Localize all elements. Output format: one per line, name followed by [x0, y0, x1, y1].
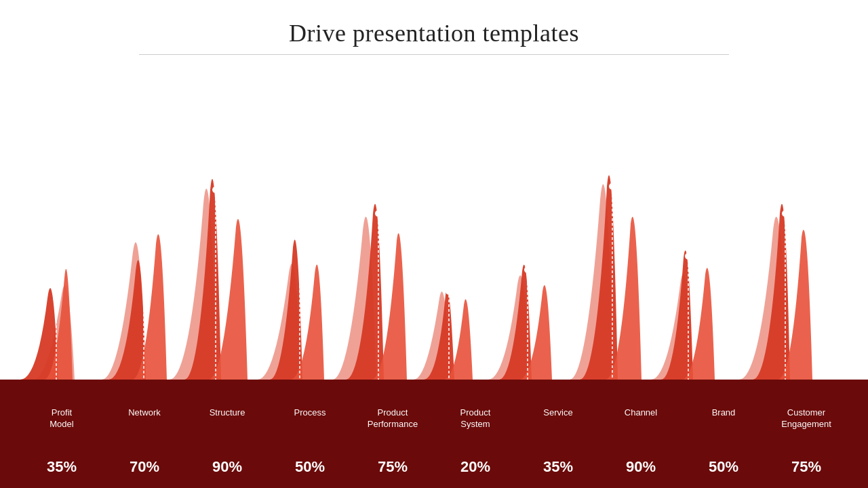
label-customer-engagement: CustomerEngagement: [772, 407, 840, 430]
label-text: Network: [128, 407, 161, 419]
svg-point-12: [524, 266, 531, 273]
label-product-performance: ProductPerformance: [359, 407, 427, 430]
svg-point-14: [609, 183, 616, 190]
label-text: Process: [294, 407, 326, 419]
svg-point-16: [685, 253, 692, 260]
percent-brand: 50%: [690, 458, 757, 476]
label-profit-model: ProfitModel: [28, 407, 96, 430]
label-text: Brand: [712, 407, 736, 419]
svg-point-10: [446, 288, 452, 295]
label-text: CustomerEngagement: [781, 407, 831, 430]
label-brand: Brand: [690, 407, 757, 430]
label-channel: Channel: [607, 407, 675, 430]
label-text: ProductPerformance: [368, 407, 418, 430]
percent-product-system: 20%: [441, 458, 509, 476]
percent-profit-model: 35%: [28, 458, 96, 476]
label-network: Network: [111, 407, 178, 430]
svg-point-0: [53, 295, 60, 302]
svg-point-4: [212, 186, 219, 193]
percent-product-performance: 75%: [359, 458, 427, 476]
slide-title: Drive presentation templates: [0, 19, 868, 47]
svg-point-18: [782, 210, 789, 217]
label-text: Channel: [625, 407, 657, 419]
percent-structure: 90%: [193, 458, 261, 476]
percent-process: 50%: [276, 458, 344, 476]
percent-row: 35% 70% 90% 50% 75% 20% 35% 90% 50% 75%: [0, 458, 868, 476]
labels-row: ProfitModel Network Structure Process Pr…: [0, 407, 868, 430]
label-text: Structure: [210, 407, 245, 419]
slide: Drive presentation templates: [0, 0, 868, 488]
percent-channel: 90%: [607, 458, 675, 476]
label-process: Process: [276, 407, 344, 430]
label-text: Service: [543, 407, 572, 419]
label-service: Service: [524, 407, 592, 430]
chart-area: ProfitModel Network Structure Process Pr…: [0, 95, 868, 488]
percent-network: 70%: [111, 458, 178, 476]
peaks-svg: [0, 95, 868, 380]
svg-point-8: [375, 210, 382, 217]
percent-customer-engagement: 75%: [772, 458, 840, 476]
label-text: ProfitModel: [50, 407, 73, 430]
label-structure: Structure: [193, 407, 261, 430]
percent-service: 35%: [524, 458, 592, 476]
label-text: ProductSystem: [460, 407, 491, 430]
svg-point-6: [296, 241, 303, 247]
title-area: Drive presentation templates: [0, 0, 868, 63]
svg-point-2: [140, 264, 147, 271]
label-product-system: ProductSystem: [441, 407, 509, 430]
title-divider: [139, 54, 729, 55]
